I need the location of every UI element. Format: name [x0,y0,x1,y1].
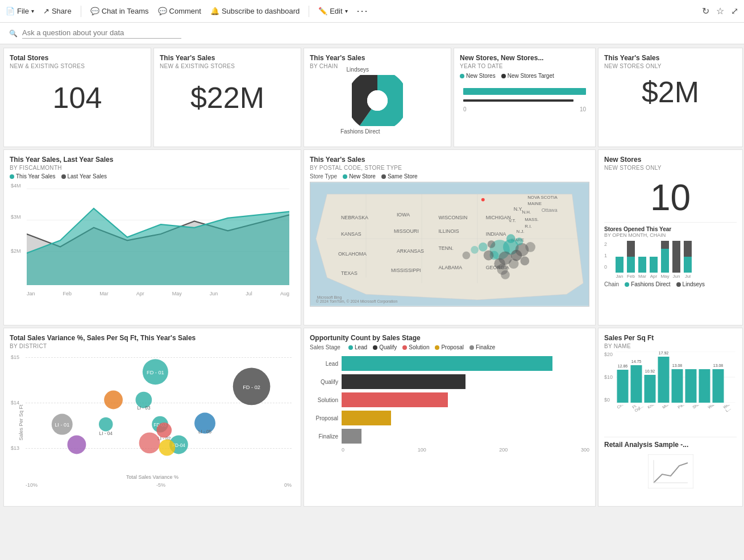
sales-by-chain-card: This Year's Sales BY CHAIN Lindseys Fash… [304,48,451,147]
new-stores-ytd-subtitle: YEAR TO DATE [460,63,589,69]
bar-jun-l [672,241,680,273]
sqft-y10: $10 [604,374,613,380]
teams-icon: 💬 [90,7,99,15]
total-stores-title: Total Stores [10,54,145,62]
qa-underline [22,38,181,39]
scatter-subtitle: BY DISTRICT [10,343,295,349]
new-stores-count-title: New Stores [604,156,737,164]
opp-lead-label: Lead [310,361,338,367]
more-button[interactable]: ··· [357,5,369,17]
divider [604,222,737,223]
svg-text:R.I.: R.I. [525,224,531,229]
opp-x-axis: 0 100 200 300 [342,447,589,453]
svg-text:ARKANSAS: ARKANSAS [397,248,424,254]
opp-finalize-bar [342,429,361,444]
svg-text:TEXAS: TEXAS [341,270,358,276]
chat-teams-button[interactable]: 💬 Chat in Teams [90,7,149,15]
file-menu[interactable]: 📄 File ▾ [6,7,34,15]
stores-opened-chart: 2 1 0 [604,241,737,279]
svg-text:FD - 01: FD - 01 [147,370,164,375]
stores-opened-bars [614,241,737,273]
bar-may-fd [661,249,669,273]
svg-point-44 [479,243,488,252]
pie-label-lindseys: Lindseys [347,66,369,73]
this-year-sales-value: $22M [160,81,295,115]
svg-point-51 [525,242,535,252]
svg-text:INDIANA: INDIANA [486,232,506,237]
so-x-mar: Mar [637,274,647,279]
svg-text:14.75: 14.75 [631,360,642,363]
proposal-dot [435,345,439,350]
svg-rect-88 [645,375,656,403]
svg-text:Microsoft Bing: Microsoft Bing [317,295,342,300]
opp-title: Opportunity Count by Sales Stage [310,334,589,342]
refresh-icon[interactable]: ↻ [702,6,709,16]
bar-feb-l [627,241,635,257]
sales-sqft-subtitle: BY NAME [604,343,737,349]
finalize-dot [469,345,474,350]
scatter-y-axis-label: Sales Per Sq Ft [18,405,24,441]
map-card: This Year's Sales BY POSTAL CODE, STORE … [304,149,596,325]
this-year-sales-new-subtitle: NEW STORES ONLY [604,63,737,69]
sqft-bars-svg: 12.86 14.75 10.92 17.92 13.08 13.0 [616,352,735,403]
solution-dot [402,345,407,350]
svg-text:NOVA SCOTIA: NOVA SCOTIA [527,195,558,200]
stores-opened-subtitle: BY OPEN MONTH, CHAIN [604,232,737,238]
svg-text:MICHIGAN: MICHIGAN [486,215,511,220]
share-button[interactable]: ↗ Share [43,7,72,15]
x-apr: Apr [136,291,144,296]
x-jan: Jan [27,291,35,296]
topbar-right: ↻ ☆ ⤢ [702,6,738,16]
new-stores-ytd-legend: New Stores New Stores Target [460,73,589,79]
legend-dot-target [501,74,506,78]
svg-rect-98 [648,454,693,488]
comment-button[interactable]: 💬 Comment [158,7,201,15]
x-zero: 0% [284,482,292,488]
this-year-sales-new-value: $2M [604,75,737,109]
sales-sqft-card: Sales Per Sq Ft BY NAME $20 $10 $0 12.86… [598,328,743,507]
fullscreen-icon[interactable]: ⤢ [731,6,738,16]
qa-input[interactable] [22,28,193,37]
scatter-y15: $15 [11,354,19,360]
svg-text:13.08: 13.08 [672,363,683,367]
retail-divider [604,437,737,437]
pie-label-fashions: Fashions Direct [340,128,380,135]
bar-apr-fd [650,257,658,273]
so-legend: Chain Fashions Direct Lindseys [604,281,737,287]
qa-bar: 🔍 [0,23,744,44]
sqft-bar-chart: $20 $10 $0 12.86 14.75 10.92 [604,352,737,414]
fiscal-title: This Year Sales, Last Year Sales [10,156,295,164]
us-map-svg: NEBRASKA KANSAS OKLAHOMA TEXAS IOWA MISS… [310,182,589,306]
sales-chain-subtitle: BY CHAIN [310,63,445,69]
x-labels: Jan Feb Mar Apr May Jun Jul Aug [27,291,289,296]
l-dot [676,282,681,287]
svg-text:V.T.: V.T. [509,218,516,223]
opp-legend: Sales Stage Lead Qualify Solution Propos… [310,344,589,350]
so-x-feb: Feb [626,274,636,279]
map-visualization: NEBRASKA KANSAS OKLAHOMA TEXAS IOWA MISS… [310,182,589,307]
bar-feb-fd [627,257,635,273]
edit-button[interactable]: ✏️ Edit ▾ [318,7,347,15]
svg-point-54 [463,252,471,260]
qualify-dot [373,345,377,350]
axis-10: 10 [580,106,586,112]
svg-rect-92 [672,369,683,403]
so-x-jul: Jul [683,274,693,279]
trend-chart-icon [648,454,693,488]
svg-point-78 [104,391,123,409]
opp-qualify-label: Qualify [310,379,338,385]
line-chart-svg [27,183,289,285]
sales-chain-title: This Year's Sales [310,54,445,62]
svg-point-42 [506,235,516,244]
scatter-title: Total Sales Variance %, Sales Per Sq Ft,… [10,334,295,342]
topbar: 📄 File ▾ ↗ Share 💬 Chat in Teams 💬 Comme… [0,0,744,23]
favorite-icon[interactable]: ☆ [716,6,724,16]
svg-text:N.Y.: N.Y. [514,207,523,212]
subscribe-button[interactable]: 🔔 Subscribe to dashboard [210,7,300,15]
x-neg5: -5% [156,482,165,488]
svg-text:TENN.: TENN. [438,245,453,251]
opp-row-solution: Solution [310,392,589,407]
x-aug: Aug [280,291,289,296]
opp-solution-label: Solution [310,397,338,403]
opp-proposal-bar [342,411,391,425]
